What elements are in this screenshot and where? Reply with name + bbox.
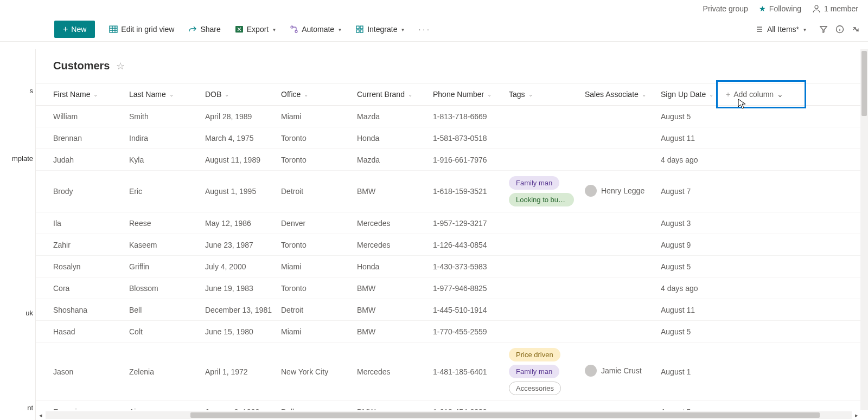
following-label: Following (769, 4, 801, 13)
automate-label: Automate (302, 25, 334, 34)
private-group-label: Private group (703, 4, 748, 13)
view-label: All Items* (767, 25, 799, 34)
svg-rect-1 (110, 26, 117, 33)
automate-button[interactable]: Automate ▾ (284, 22, 347, 37)
integrate-button[interactable]: Integrate ▾ (350, 22, 410, 37)
export-button[interactable]: Export ▾ (229, 22, 281, 37)
svg-point-3 (291, 26, 293, 28)
svg-rect-6 (360, 26, 363, 29)
more-button[interactable]: · · · (413, 22, 434, 37)
share-button[interactable]: Share (183, 22, 226, 37)
export-label: Export (247, 25, 269, 34)
share-label: Share (200, 25, 220, 34)
members-label: 1 member (824, 4, 858, 13)
following-button[interactable]: ★ Following (759, 4, 801, 13)
new-label: New (71, 25, 86, 34)
top-meta-bar: Private group ★ Following 1 member (0, 0, 868, 17)
info-icon[interactable] (835, 25, 844, 34)
person-icon (812, 4, 821, 13)
svg-rect-5 (356, 26, 359, 29)
chevron-down-icon: ▾ (339, 27, 341, 33)
flow-icon (290, 25, 298, 34)
expand-icon[interactable] (852, 25, 860, 34)
filter-icon[interactable] (819, 25, 828, 34)
excel-icon (235, 25, 244, 34)
integrate-label: Integrate (367, 25, 397, 34)
chevron-down-icon: ▾ (803, 27, 806, 33)
edit-grid-button[interactable]: Edit in grid view (104, 22, 180, 37)
ellipsis-icon: · · · (418, 25, 429, 34)
chevron-down-icon: ▾ (273, 27, 276, 33)
svg-point-4 (295, 30, 297, 33)
command-bar: + New Edit in grid view Share Export ▾ A… (0, 17, 868, 42)
list-icon (755, 25, 764, 34)
integrate-icon (355, 25, 364, 34)
edit-grid-label: Edit in grid view (121, 25, 174, 34)
share-icon (188, 25, 197, 34)
chevron-down-icon: ▾ (401, 27, 404, 33)
svg-point-0 (815, 5, 818, 9)
new-button[interactable]: + New (54, 21, 95, 38)
plus-icon: + (63, 25, 68, 34)
members-button[interactable]: 1 member (812, 4, 858, 13)
svg-rect-8 (360, 30, 363, 33)
grid-icon (109, 25, 118, 34)
star-filled-icon: ★ (759, 4, 766, 13)
view-selector[interactable]: All Items* ▾ (750, 22, 812, 37)
svg-rect-7 (356, 30, 359, 33)
